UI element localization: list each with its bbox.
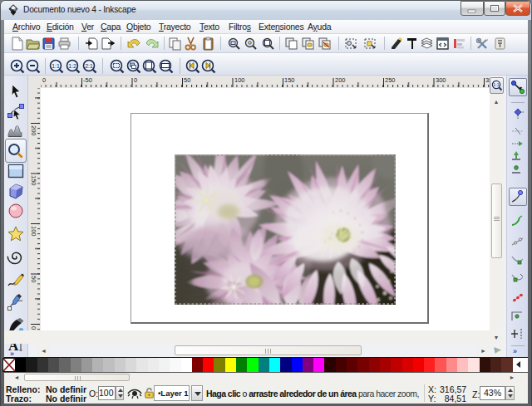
svg-text:0: 0 bbox=[42, 76, 46, 84]
svg-text:-50: -50 bbox=[83, 76, 92, 84]
svg-text:150: 150 bbox=[284, 76, 295, 84]
svg-text:50: 50 bbox=[30, 276, 37, 282]
svg-text:50: 50 bbox=[184, 76, 190, 84]
svg-text:1:2: 1:2 bbox=[68, 63, 76, 69]
svg-text:200: 200 bbox=[335, 76, 346, 84]
svg-text:0: 0 bbox=[134, 76, 137, 84]
svg-text:150: 150 bbox=[30, 175, 37, 186]
svg-text:1:1: 1:1 bbox=[493, 82, 500, 87]
svg-text:200: 200 bbox=[30, 125, 37, 136]
svg-text:250: 250 bbox=[385, 76, 396, 84]
svg-text:1:1: 1:1 bbox=[52, 63, 60, 69]
svg-text:0: 0 bbox=[30, 326, 37, 330]
svg-text:100: 100 bbox=[234, 76, 245, 84]
svg-text:300: 300 bbox=[436, 76, 446, 84]
svg-text:2:1: 2:1 bbox=[85, 63, 93, 69]
svg-text:100: 100 bbox=[30, 226, 37, 237]
